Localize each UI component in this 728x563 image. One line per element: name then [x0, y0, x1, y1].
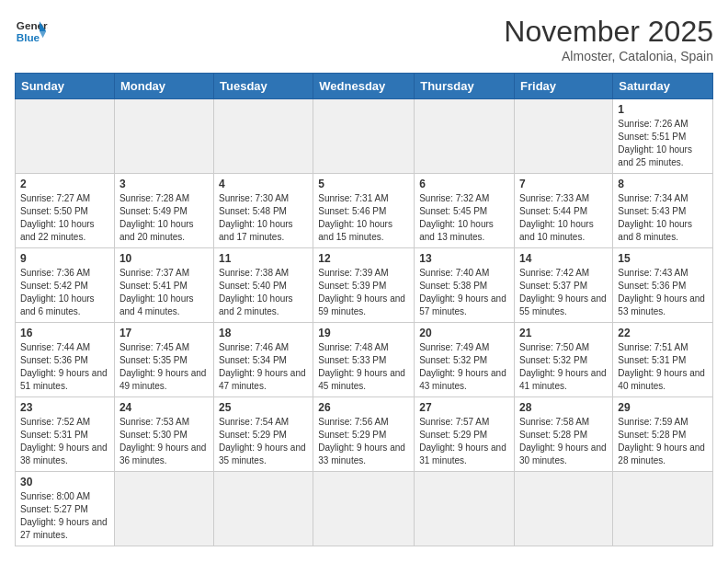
calendar-cell — [313, 472, 415, 546]
calendar-week-row: 23Sunrise: 7:52 AM Sunset: 5:31 PM Dayli… — [16, 397, 713, 472]
calendar-cell: 17Sunrise: 7:45 AM Sunset: 5:35 PM Dayli… — [114, 323, 213, 397]
month-title: November 2025 — [504, 15, 713, 49]
day-info: Sunrise: 7:40 AM Sunset: 5:38 PM Dayligh… — [419, 267, 509, 318]
day-number: 26 — [318, 401, 409, 414]
day-number: 13 — [419, 252, 509, 265]
day-info: Sunrise: 7:53 AM Sunset: 5:30 PM Dayligh… — [119, 416, 209, 467]
day-number: 11 — [219, 252, 308, 265]
day-info: Sunrise: 7:54 AM Sunset: 5:29 PM Dayligh… — [219, 416, 308, 467]
weekday-header-row: SundayMondayTuesdayWednesdayThursdayFrid… — [16, 74, 713, 99]
calendar-cell: 27Sunrise: 7:57 AM Sunset: 5:29 PM Dayli… — [415, 397, 515, 472]
svg-marker-3 — [40, 31, 46, 38]
calendar-cell — [114, 99, 213, 174]
day-info: Sunrise: 7:32 AM Sunset: 5:45 PM Dayligh… — [419, 192, 509, 244]
day-number: 4 — [219, 178, 308, 190]
day-info: Sunrise: 7:36 AM Sunset: 5:42 PM Dayligh… — [20, 267, 109, 318]
day-number: 28 — [519, 401, 608, 414]
calendar-cell — [415, 472, 515, 546]
calendar-week-row: 2Sunrise: 7:27 AM Sunset: 5:50 PM Daylig… — [16, 174, 713, 248]
calendar-cell — [214, 472, 313, 546]
calendar-cell — [313, 99, 415, 174]
calendar-cell: 13Sunrise: 7:40 AM Sunset: 5:38 PM Dayli… — [415, 248, 515, 323]
calendar-cell: 3Sunrise: 7:28 AM Sunset: 5:49 PM Daylig… — [114, 174, 213, 248]
day-info: Sunrise: 7:38 AM Sunset: 5:40 PM Dayligh… — [219, 267, 308, 318]
calendar-cell: 15Sunrise: 7:43 AM Sunset: 5:36 PM Dayli… — [613, 248, 713, 323]
day-info: Sunrise: 7:39 AM Sunset: 5:39 PM Dayligh… — [318, 267, 409, 318]
calendar-cell: 16Sunrise: 7:44 AM Sunset: 5:36 PM Dayli… — [16, 323, 115, 397]
day-info: Sunrise: 7:43 AM Sunset: 5:36 PM Dayligh… — [618, 267, 708, 318]
weekday-header-friday: Friday — [515, 74, 613, 99]
day-number: 7 — [519, 178, 608, 190]
day-info: Sunrise: 7:34 AM Sunset: 5:43 PM Dayligh… — [618, 192, 708, 244]
weekday-header-thursday: Thursday — [415, 74, 515, 99]
day-number: 24 — [119, 401, 209, 414]
calendar-cell: 20Sunrise: 7:49 AM Sunset: 5:32 PM Dayli… — [415, 323, 515, 397]
day-info: Sunrise: 7:37 AM Sunset: 5:41 PM Dayligh… — [119, 267, 209, 318]
day-info: Sunrise: 7:46 AM Sunset: 5:34 PM Dayligh… — [219, 341, 308, 393]
title-area: November 2025 Almoster, Catalonia, Spain — [504, 15, 713, 63]
day-number: 30 — [20, 476, 109, 488]
weekday-header-sunday: Sunday — [16, 74, 115, 99]
day-number: 8 — [618, 178, 708, 190]
calendar-cell: 14Sunrise: 7:42 AM Sunset: 5:37 PM Dayli… — [515, 248, 613, 323]
calendar-cell: 26Sunrise: 7:56 AM Sunset: 5:29 PM Dayli… — [313, 397, 415, 472]
day-info: Sunrise: 7:33 AM Sunset: 5:44 PM Dayligh… — [519, 192, 608, 244]
calendar-cell: 22Sunrise: 7:51 AM Sunset: 5:31 PM Dayli… — [613, 323, 713, 397]
day-number: 12 — [318, 252, 409, 265]
day-number: 3 — [119, 178, 209, 190]
day-number: 1 — [618, 103, 708, 116]
day-number: 29 — [618, 401, 708, 414]
svg-text:Blue: Blue — [17, 31, 40, 43]
day-info: Sunrise: 7:59 AM Sunset: 5:28 PM Dayligh… — [618, 416, 708, 467]
calendar-cell: 19Sunrise: 7:48 AM Sunset: 5:33 PM Dayli… — [313, 323, 415, 397]
day-info: Sunrise: 7:26 AM Sunset: 5:51 PM Dayligh… — [618, 118, 708, 169]
calendar-cell: 1Sunrise: 7:26 AM Sunset: 5:51 PM Daylig… — [613, 99, 713, 174]
calendar-week-row: 30Sunrise: 8:00 AM Sunset: 5:27 PM Dayli… — [16, 472, 713, 546]
day-number: 27 — [419, 401, 509, 414]
day-number: 18 — [219, 327, 308, 339]
calendar-cell: 2Sunrise: 7:27 AM Sunset: 5:50 PM Daylig… — [16, 174, 115, 248]
day-number: 6 — [419, 178, 509, 190]
day-info: Sunrise: 7:28 AM Sunset: 5:49 PM Dayligh… — [119, 192, 209, 244]
calendar-cell: 25Sunrise: 7:54 AM Sunset: 5:29 PM Dayli… — [214, 397, 313, 472]
calendar-week-row: 9Sunrise: 7:36 AM Sunset: 5:42 PM Daylig… — [16, 248, 713, 323]
calendar-cell: 28Sunrise: 7:58 AM Sunset: 5:28 PM Dayli… — [515, 397, 613, 472]
day-info: Sunrise: 7:50 AM Sunset: 5:32 PM Dayligh… — [519, 341, 608, 393]
day-info: Sunrise: 7:48 AM Sunset: 5:33 PM Dayligh… — [318, 341, 409, 393]
day-number: 23 — [20, 401, 109, 414]
day-info: Sunrise: 7:57 AM Sunset: 5:29 PM Dayligh… — [419, 416, 509, 467]
calendar-cell — [515, 99, 613, 174]
calendar-cell: 6Sunrise: 7:32 AM Sunset: 5:45 PM Daylig… — [415, 174, 515, 248]
day-number: 10 — [119, 252, 209, 265]
day-number: 5 — [318, 178, 409, 190]
day-number: 14 — [519, 252, 608, 265]
calendar-cell: 29Sunrise: 7:59 AM Sunset: 5:28 PM Dayli… — [613, 397, 713, 472]
calendar-cell: 4Sunrise: 7:30 AM Sunset: 5:48 PM Daylig… — [214, 174, 313, 248]
day-number: 25 — [219, 401, 308, 414]
calendar-week-row: 1Sunrise: 7:26 AM Sunset: 5:51 PM Daylig… — [16, 99, 713, 174]
weekday-header-monday: Monday — [114, 74, 213, 99]
location-title: Almoster, Catalonia, Spain — [504, 49, 713, 63]
weekday-header-saturday: Saturday — [613, 74, 713, 99]
calendar-cell: 8Sunrise: 7:34 AM Sunset: 5:43 PM Daylig… — [613, 174, 713, 248]
day-number: 19 — [318, 327, 409, 339]
day-info: Sunrise: 7:30 AM Sunset: 5:48 PM Dayligh… — [219, 192, 308, 244]
calendar-cell: 18Sunrise: 7:46 AM Sunset: 5:34 PM Dayli… — [214, 323, 313, 397]
calendar-week-row: 16Sunrise: 7:44 AM Sunset: 5:36 PM Dayli… — [16, 323, 713, 397]
day-info: Sunrise: 7:58 AM Sunset: 5:28 PM Dayligh… — [519, 416, 608, 467]
weekday-header-wednesday: Wednesday — [313, 74, 415, 99]
calendar-cell: 30Sunrise: 8:00 AM Sunset: 5:27 PM Dayli… — [16, 472, 115, 546]
day-number: 17 — [119, 327, 209, 339]
day-number: 22 — [618, 327, 708, 339]
calendar-cell — [613, 472, 713, 546]
calendar-table: SundayMondayTuesdayWednesdayThursdayFrid… — [15, 73, 713, 546]
logo-icon: General Blue — [15, 15, 48, 48]
day-info: Sunrise: 7:31 AM Sunset: 5:46 PM Dayligh… — [318, 192, 409, 244]
day-info: Sunrise: 7:45 AM Sunset: 5:35 PM Dayligh… — [119, 341, 209, 393]
calendar-cell: 7Sunrise: 7:33 AM Sunset: 5:44 PM Daylig… — [515, 174, 613, 248]
calendar-cell: 12Sunrise: 7:39 AM Sunset: 5:39 PM Dayli… — [313, 248, 415, 323]
calendar-cell — [114, 472, 213, 546]
day-info: Sunrise: 7:49 AM Sunset: 5:32 PM Dayligh… — [419, 341, 509, 393]
calendar-cell — [214, 99, 313, 174]
calendar-cell: 23Sunrise: 7:52 AM Sunset: 5:31 PM Dayli… — [16, 397, 115, 472]
